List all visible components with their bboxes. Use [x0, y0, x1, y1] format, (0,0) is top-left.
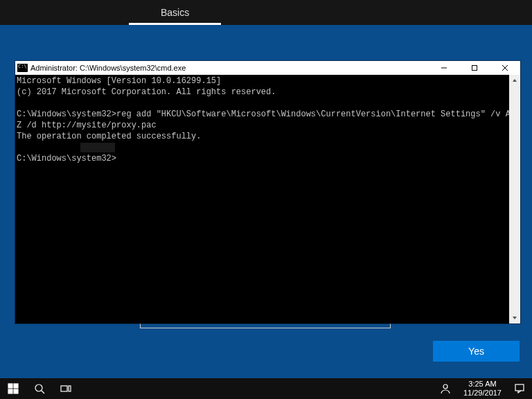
svg-point-10: [35, 384, 42, 391]
people-icon: [440, 383, 451, 394]
svg-rect-1: [472, 66, 477, 71]
scroll-down-button[interactable]: [509, 312, 520, 323]
cmd-output[interactable]: Microsoft Windows [Version 10.0.16299.15…: [15, 75, 509, 323]
svg-rect-8: [8, 389, 12, 393]
cmd-cursor: [80, 143, 115, 152]
search-icon: [34, 383, 45, 394]
top-nav: Basics: [0, 0, 532, 25]
taskbar-date: 11/29/2017: [463, 389, 502, 398]
svg-line-11: [42, 391, 44, 393]
taskbar-time: 3:25 AM: [463, 380, 502, 389]
svg-rect-9: [14, 389, 18, 393]
svg-rect-6: [8, 384, 12, 388]
svg-rect-15: [515, 384, 524, 391]
cmd-title: Administrator: C:\Windows\system32\cmd.e…: [30, 64, 429, 72]
windows-icon: [8, 383, 19, 394]
yes-button-label: Yes: [468, 346, 484, 357]
svg-rect-13: [69, 386, 71, 391]
yes-button[interactable]: Yes: [433, 341, 520, 362]
cmd-window: Administrator: C:\Windows\system32\cmd.e…: [15, 61, 520, 323]
maximize-icon: [471, 64, 478, 71]
cmd-scrollbar[interactable]: [509, 75, 520, 323]
minimize-icon: [441, 64, 447, 71]
start-button[interactable]: [0, 378, 26, 399]
cmd-titlebar[interactable]: Administrator: C:\Windows\system32\cmd.e…: [15, 61, 520, 75]
task-view-button[interactable]: [53, 378, 79, 399]
svg-rect-7: [14, 384, 18, 388]
taskbar-clock[interactable]: 3:25 AM 11/29/2017: [458, 378, 507, 399]
notification-icon: [514, 383, 525, 394]
chevron-up-icon: [512, 78, 517, 83]
maximize-button[interactable]: [459, 61, 490, 75]
svg-marker-4: [513, 79, 517, 82]
scroll-track[interactable]: [509, 86, 520, 312]
people-button[interactable]: [433, 378, 458, 399]
tab-basics[interactable]: Basics: [129, 0, 221, 25]
svg-point-14: [443, 384, 447, 389]
task-view-icon: [60, 383, 71, 394]
chevron-down-icon: [512, 315, 517, 321]
taskbar: 3:25 AM 11/29/2017: [0, 378, 532, 399]
input-border-peek: [140, 323, 391, 328]
search-button[interactable]: [26, 378, 53, 399]
window-controls: [429, 61, 520, 75]
action-center-button[interactable]: [507, 378, 532, 399]
svg-marker-5: [513, 317, 517, 319]
tab-label: Basics: [161, 7, 189, 18]
minimize-button[interactable]: [429, 61, 459, 75]
cmd-icon: [17, 64, 28, 72]
svg-rect-12: [61, 386, 67, 391]
close-icon: [502, 64, 508, 71]
close-button[interactable]: [490, 61, 520, 75]
scroll-up-button[interactable]: [509, 75, 520, 86]
